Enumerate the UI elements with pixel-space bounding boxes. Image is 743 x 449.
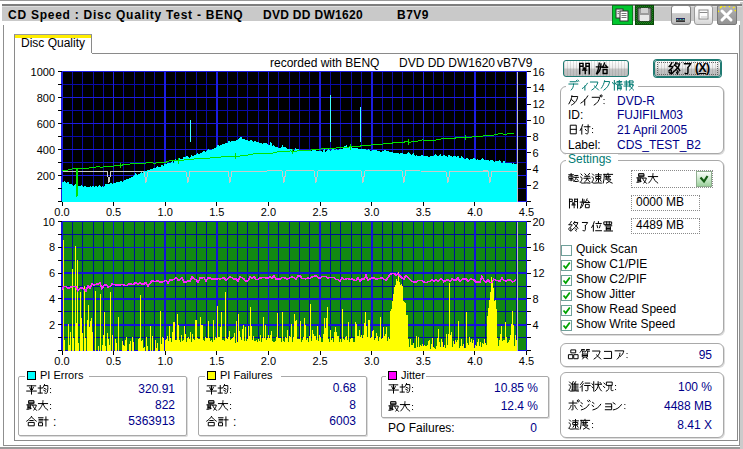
svg-text:1.5: 1.5 bbox=[209, 355, 224, 367]
svg-text:0.5: 0.5 bbox=[106, 206, 121, 218]
svg-text:3.5: 3.5 bbox=[416, 355, 431, 367]
svg-text:6: 6 bbox=[49, 267, 55, 279]
svg-text:16: 16 bbox=[533, 66, 545, 78]
svg-text:3.0: 3.0 bbox=[364, 355, 379, 367]
svg-text:12: 12 bbox=[533, 267, 545, 279]
svg-text:12: 12 bbox=[533, 98, 545, 110]
svg-text:0.0: 0.0 bbox=[54, 206, 69, 218]
svg-text:8: 8 bbox=[49, 241, 55, 253]
svg-text:2.0: 2.0 bbox=[261, 206, 276, 218]
svg-text:4.5: 4.5 bbox=[519, 355, 534, 367]
svg-text:600: 600 bbox=[37, 118, 55, 130]
svg-text:3.0: 3.0 bbox=[364, 206, 379, 218]
svg-text:2: 2 bbox=[49, 319, 55, 331]
svg-text:1.0: 1.0 bbox=[158, 355, 173, 367]
svg-text:8: 8 bbox=[533, 131, 539, 143]
svg-text:16: 16 bbox=[533, 241, 545, 253]
svg-text:2.5: 2.5 bbox=[312, 355, 327, 367]
svg-text:200: 200 bbox=[37, 170, 55, 182]
svg-text:14: 14 bbox=[533, 82, 545, 94]
svg-text:4.0: 4.0 bbox=[467, 206, 482, 218]
svg-text:10: 10 bbox=[533, 114, 545, 126]
svg-text:2.5: 2.5 bbox=[312, 206, 327, 218]
svg-text:10: 10 bbox=[43, 216, 55, 228]
svg-text:0.0: 0.0 bbox=[54, 355, 69, 367]
svg-text:4: 4 bbox=[533, 319, 539, 331]
svg-text:1.5: 1.5 bbox=[209, 206, 224, 218]
svg-text:6: 6 bbox=[533, 147, 539, 159]
svg-text:400: 400 bbox=[37, 144, 55, 156]
svg-text:4: 4 bbox=[49, 293, 55, 305]
svg-text:1.0: 1.0 bbox=[158, 206, 173, 218]
svg-text:2: 2 bbox=[533, 179, 539, 191]
svg-text:800: 800 bbox=[37, 92, 55, 104]
svg-text:1000: 1000 bbox=[31, 66, 55, 78]
svg-text:8: 8 bbox=[533, 293, 539, 305]
svg-text:3.5: 3.5 bbox=[416, 206, 431, 218]
svg-text:4: 4 bbox=[533, 163, 539, 175]
svg-text:0.5: 0.5 bbox=[106, 355, 121, 367]
svg-text:20: 20 bbox=[533, 216, 545, 228]
svg-text:4.0: 4.0 bbox=[467, 355, 482, 367]
svg-text:2.0: 2.0 bbox=[261, 355, 276, 367]
